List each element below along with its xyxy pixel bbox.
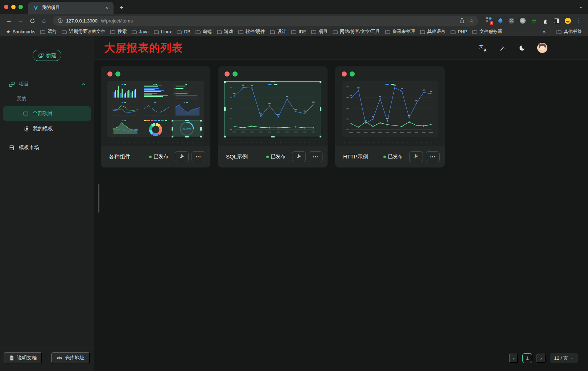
bookmarks-overflow-chevron[interactable]: » — [540, 29, 548, 35]
bookmark-folder[interactable]: 游戏 — [214, 28, 236, 36]
bookmark-folder[interactable]: 搜索 — [108, 28, 129, 36]
extension-green-dot-icon[interactable] — [519, 17, 526, 24]
bookmark-folder-label: IDE — [299, 29, 306, 34]
folder-icon — [40, 30, 45, 34]
sidebar-item-template-market[interactable]: 模板市场 — [3, 140, 91, 155]
bookmark-folder[interactable]: 项目 — [309, 28, 330, 36]
project-card[interactable]: 25.00% 各种组件 已发布 ••• — [101, 66, 210, 168]
repo-button[interactable]: </> 仓库地址 — [51, 352, 90, 363]
main-content: 大屏报表的列表 文A — [94, 36, 588, 371]
docs-button[interactable]: 说明文档 — [4, 352, 42, 363]
profile-avatar-icon[interactable] — [564, 17, 571, 24]
edit-workbench-button[interactable] — [175, 151, 189, 162]
mini-area-chart — [110, 120, 139, 137]
bookmark-folder[interactable]: 文件服务器 — [470, 28, 505, 36]
http-line-chart — [344, 83, 436, 136]
folder-icon — [385, 30, 390, 34]
back-icon[interactable]: ← — [4, 16, 14, 25]
bookmark-folder[interactable]: 其他语言 — [418, 28, 448, 36]
prev-page-button[interactable]: ‹ — [509, 354, 518, 363]
more-actions-button[interactable]: ••• — [426, 151, 440, 162]
bookmark-folder-label: 其他语言 — [427, 29, 445, 35]
bookmark-page-star-icon[interactable]: ☆ — [469, 17, 474, 24]
bookmark-folder[interactable]: PHP — [448, 29, 470, 35]
minimize-window-button[interactable] — [11, 5, 16, 9]
folder-icon — [177, 30, 182, 34]
page-size-select[interactable]: 12 / 页 ⌄ — [550, 353, 578, 363]
hammer-icon — [179, 154, 185, 160]
hammer-icon — [413, 154, 419, 160]
bookmark-folder[interactable]: DB — [174, 29, 193, 35]
project-thumbnail[interactable] — [342, 81, 438, 137]
status-dot — [149, 156, 152, 158]
edit-workbench-button[interactable] — [292, 151, 306, 162]
dark-mode-moon-icon[interactable] — [518, 44, 526, 52]
chevron-up-icon[interactable] — [81, 83, 85, 86]
site-info-icon[interactable] — [58, 18, 63, 23]
bookmark-folder[interactable]: 软件/硬件 — [236, 28, 267, 36]
project-thumbnail[interactable]: 25.00% — [107, 81, 204, 137]
bookmark-folder[interactable]: IDE — [289, 29, 309, 35]
sidebar-item-all-projects[interactable]: 全部项目 — [3, 106, 91, 121]
bookmark-folder[interactable]: 资讯未整理 — [383, 28, 418, 36]
project-card[interactable]: SQL示例 已发布 ••• — [218, 66, 328, 168]
folder-icon — [154, 30, 159, 34]
extensions-puzzle-icon[interactable] — [542, 17, 548, 24]
forward-icon[interactable]: → — [16, 16, 25, 25]
bookmark-folder[interactable]: 设计 — [267, 28, 289, 36]
current-page-button[interactable]: 1 — [522, 353, 532, 363]
content-scrollbar-thumb[interactable] — [98, 184, 99, 213]
bookmarks-root[interactable]: ★ Bookmarks — [4, 28, 38, 35]
dotted-separator — [107, 141, 204, 143]
more-actions-button[interactable]: ••• — [192, 151, 205, 162]
project-thumbnail[interactable] — [225, 81, 321, 137]
chevron-down-icon: ⌄ — [571, 356, 574, 360]
side-panel-icon[interactable] — [553, 17, 560, 24]
zoom-window-button[interactable] — [18, 5, 23, 9]
extension-command-icon[interactable]: ⌘ — [508, 17, 515, 24]
browser-tab[interactable]: 我的项目 × — [28, 2, 114, 14]
bookmark-folder[interactable]: 网站/博客/文章/工具 — [330, 28, 382, 36]
user-avatar[interactable] — [537, 43, 547, 53]
project-card[interactable]: HTTP示例 已发布 ••• — [335, 66, 445, 168]
tab-close-icon[interactable]: × — [103, 5, 110, 11]
address-bar[interactable]: 127.0.0.1:3000/#/project/items ☆ — [53, 16, 478, 26]
more-actions-button[interactable]: ••• — [309, 151, 322, 162]
browser-tabstrip: 我的项目 × + ⌄ — [0, 0, 588, 14]
magic-wand-icon[interactable] — [498, 44, 507, 52]
edit-workbench-button[interactable] — [409, 151, 423, 162]
mini-area-chart — [172, 102, 201, 118]
new-project-button[interactable]: 新建 — [33, 50, 61, 61]
sidebar: 新建 项目 我的 全部项目 — [0, 36, 94, 371]
home-icon[interactable]: ⌂ — [39, 16, 49, 25]
folder-icon — [132, 30, 137, 34]
bookmark-folder[interactable]: 前端 — [193, 28, 214, 36]
sidebar-item-label: 模板市场 — [19, 144, 39, 151]
sidebar-group-project[interactable]: 项目 — [3, 77, 91, 92]
bookmark-folder[interactable]: 运营 — [38, 28, 59, 36]
browser-menu-kebab-icon[interactable]: ⋮ — [576, 17, 582, 24]
extension-kite-icon[interactable] — [497, 17, 503, 24]
language-translate-icon[interactable]: 文A — [478, 44, 487, 52]
new-tab-button[interactable]: + — [116, 3, 127, 13]
other-bookmarks-folder[interactable]: 其他书签 — [554, 28, 584, 36]
bookmark-star-icon: ★ — [6, 29, 11, 34]
next-page-button[interactable]: › — [536, 354, 546, 363]
close-window-button[interactable] — [4, 5, 8, 9]
share-icon[interactable] — [459, 18, 465, 24]
bookmark-folder[interactable]: Java — [129, 29, 151, 35]
extension-star-icon[interactable]: ☆ — [531, 17, 537, 24]
extension-grid-icon[interactable]: 9 — [486, 17, 492, 24]
status-dot — [266, 156, 269, 158]
status-label: 已发布 — [271, 153, 286, 160]
bookmark-folder-label: Java — [139, 29, 148, 34]
reload-icon[interactable] — [28, 16, 37, 25]
project-card-list: 25.00% 各种组件 已发布 ••• — [94, 60, 588, 168]
bookmark-folder[interactable]: Linux — [151, 29, 174, 35]
tab-search-chevron-icon[interactable]: ⌄ — [579, 4, 583, 9]
bookmark-folder-label: Linux — [161, 29, 172, 34]
bookmark-folder[interactable]: 近期需要读的文章 — [59, 28, 108, 36]
traffic-lights — [0, 0, 28, 14]
sidebar-item-my-templates[interactable]: 我的模板 — [3, 121, 91, 136]
ellipsis-icon: ••• — [196, 154, 201, 159]
